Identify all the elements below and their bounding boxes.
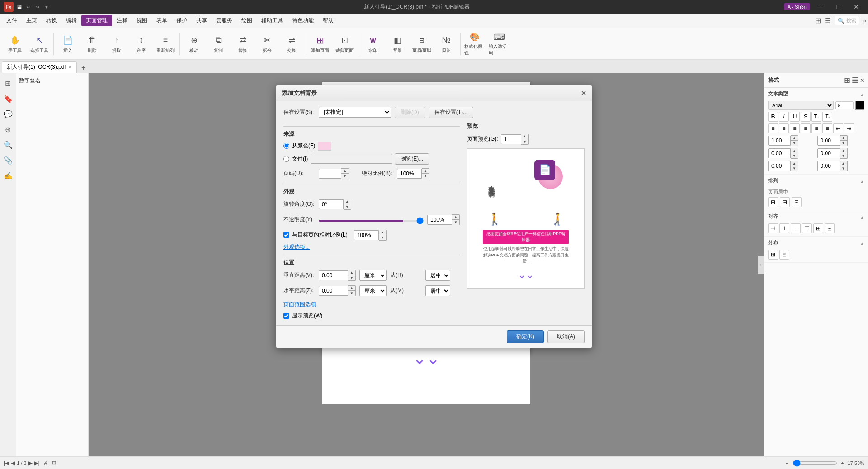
rotation-spin-up[interactable]: ▲ [344,199,351,204]
arrange-header[interactable]: 排列 ▲ [768,177,864,186]
scale-spin-down[interactable]: ▼ [422,174,429,179]
menu-cloud[interactable]: 云服务 [212,15,237,26]
show-preview-checkbox[interactable] [283,313,289,319]
undo-btn[interactable]: ↩ [25,4,32,10]
center-both-btn[interactable]: ⊟ [792,197,802,207]
quick-access-btn[interactable]: 💾 [16,4,23,10]
tab-doc[interactable]: 新人引导(1)_OCR(3).pdf ✕ [2,61,77,73]
opacity-spin-up[interactable]: ▲ [452,215,459,220]
underline-btn[interactable]: U [790,112,800,122]
scale-spin-up[interactable]: ▲ [422,169,429,174]
minimize-btn[interactable]: ─ [812,0,828,14]
indent-spin-down1[interactable]: ▼ [791,166,798,171]
indent-dec-btn[interactable]: ⇤ [833,123,843,133]
align-btn4[interactable]: ⊤ [802,223,812,233]
tool-activation[interactable]: ⌨ 输入激活码 [488,31,510,57]
rel-scale-down[interactable]: ▼ [379,235,386,240]
vertical-pos-select[interactable]: 居中 [425,270,450,281]
spin-down1[interactable]: ▼ [791,141,798,146]
view-toggle2[interactable]: ☰ [825,16,831,25]
justify-btn[interactable]: ≡ [801,123,811,133]
distribute-btn2[interactable]: ⊟ [779,250,789,260]
menu-file[interactable]: 文件 [2,15,22,26]
horizontal-input[interactable] [319,286,348,296]
search-box[interactable]: 🔍 搜索 [835,16,859,25]
color-radio[interactable] [283,143,289,149]
subscript-btn[interactable]: T- [822,112,832,122]
rotation-input[interactable] [319,199,344,209]
rel-scale-up[interactable]: ▲ [379,230,386,235]
sidebar-search[interactable]: 🔍 [2,138,14,151]
spin-up4[interactable]: ▲ [840,148,847,153]
spacing-field4[interactable] [817,148,840,158]
browse-btn[interactable]: 浏览(E)... [395,153,429,165]
vertical-down[interactable]: ▼ [348,275,355,280]
indent-spin-up1[interactable]: ▲ [791,161,798,166]
view-toggle[interactable]: ⊞ [815,16,821,25]
more-options[interactable]: » [863,18,866,24]
tool-delete[interactable]: 🗑 删除 [81,31,104,57]
page-preview-up[interactable]: ▲ [521,134,528,139]
preset-delete-btn[interactable]: 删除(D) [395,107,425,118]
superscript-btn[interactable]: T+ [811,112,821,122]
menu-view[interactable]: 视图 [132,15,152,26]
font-name-select[interactable]: Arial [768,101,834,110]
spacing-field1[interactable] [768,136,791,146]
page-preview-down[interactable]: ▼ [521,139,528,144]
page-value-input[interactable]: 1 [319,169,341,179]
distribute-btn1[interactable]: ⊞ [768,250,778,260]
arrange-collapse[interactable]: ▲ [860,179,864,184]
bold-btn[interactable]: B [768,112,778,122]
font-size-input[interactable] [835,101,854,109]
indent-field2[interactable] [817,161,840,171]
panel-collapse-btn[interactable]: ‹ [758,256,764,274]
spin-up3[interactable]: ▲ [791,148,798,153]
tool-select[interactable]: ↖ 选择工具 [28,31,51,57]
menu-protect[interactable]: 保护 [172,15,192,26]
fit-page-btn[interactable]: ⊞ [52,460,56,466]
strikethrough-btn[interactable]: S [801,112,811,122]
indent-inc-btn[interactable]: ⇥ [844,123,854,133]
file-radio[interactable] [283,156,289,162]
spin-down2[interactable]: ▼ [840,141,847,146]
menu-share[interactable]: 共享 [192,15,212,26]
tool-format-color[interactable]: 🎨 格式化颜色 [463,31,486,57]
last-page-btn[interactable]: ▶| [34,460,40,466]
spin-up1[interactable]: ▲ [791,136,798,141]
panel-grid-btn[interactable]: ⊞ [844,76,850,85]
tool-crop[interactable]: ⊡ 裁剪页面 [333,31,356,57]
align-left-btn[interactable]: ≡ [768,123,778,133]
tool-insert[interactable]: 📄 插入 [57,31,79,57]
scale-value-input[interactable] [397,169,422,179]
sidebar-signature[interactable]: ✍ [2,169,14,182]
next-page-btn[interactable]: ▶ [28,460,33,466]
menu-tools[interactable]: 辅助工具 [257,15,288,26]
dialog-close-btn[interactable]: ✕ [581,90,586,97]
horizontal-pos-select[interactable]: 居中 [425,285,450,296]
page-spin-up[interactable]: ▲ [341,169,349,174]
rel-scale-input[interactable] [354,230,379,240]
menu-edit[interactable]: 编辑 [61,15,81,26]
tool-reverse[interactable]: ↕ 逆序 [130,31,152,57]
tab-add-btn[interactable]: + [79,63,89,73]
vertical-input[interactable] [319,270,348,280]
ok-btn[interactable]: 确定(K) [507,330,544,343]
menu-convert[interactable]: 转换 [42,15,61,26]
vertical-unit-select[interactable]: 厘米 [359,270,387,281]
distribute-header[interactable]: 分布 ▲ [768,239,864,248]
tool-background[interactable]: ◧ 背景 [386,31,409,57]
tool-move[interactable]: ⊕ 移动 [183,31,205,57]
opacity-input[interactable] [427,215,452,225]
sidebar-comment[interactable]: 💬 [2,108,14,120]
spin-down4[interactable]: ▼ [840,153,847,158]
list-btn[interactable]: ≡ [811,123,821,133]
advanced-options-link[interactable]: 外观选项... [283,244,310,250]
align-btn6[interactable]: ⊟ [825,223,835,233]
menu-special[interactable]: 特色功能 [288,15,318,26]
menu-page-manage[interactable]: 页面管理 [81,15,112,26]
align-btn3[interactable]: ⊢ [791,223,801,233]
align-btn2[interactable]: ⊥ [779,223,789,233]
num-list-btn[interactable]: ≡ [822,123,832,133]
menu-draw[interactable]: 绘图 [237,15,257,26]
align-right-btn[interactable]: ≡ [790,123,800,133]
